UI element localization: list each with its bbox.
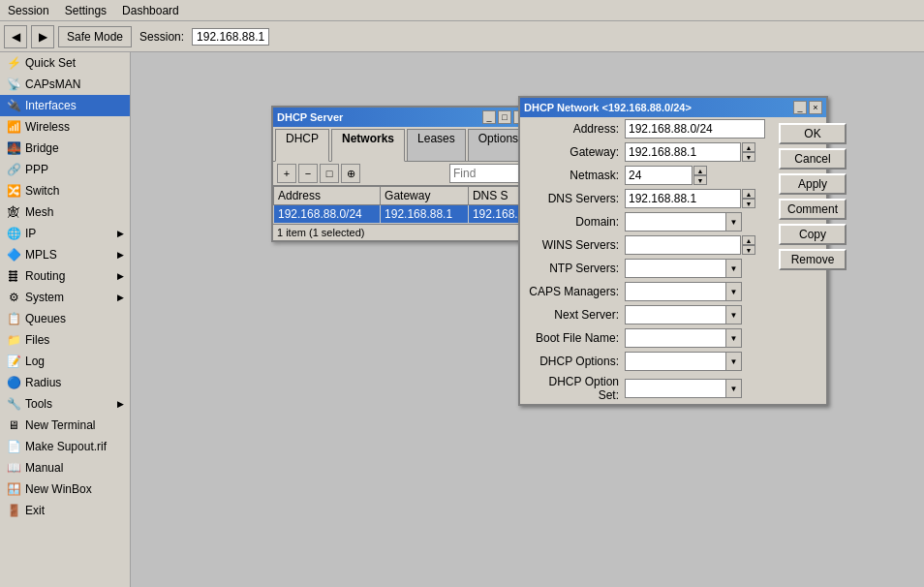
tab-dhcp[interactable]: DHCP <box>275 129 329 162</box>
wins-down-btn[interactable]: ▼ <box>742 245 755 255</box>
gateway-up-btn[interactable]: ▲ <box>742 142 755 152</box>
dialog-minimize-button[interactable]: _ <box>793 101 807 114</box>
address-label: Address: <box>528 122 625 136</box>
dhcp-option-set-label: DHCP Option Set: <box>528 375 625 402</box>
routing-icon: 🛤 <box>6 268 21 284</box>
sidebar-item-queues[interactable]: 📋 Queues <box>0 308 130 329</box>
wins-input[interactable] <box>625 235 741 255</box>
bridge-icon: 🌉 <box>6 140 21 156</box>
gateway-input[interactable] <box>625 142 741 162</box>
dns-input[interactable] <box>625 189 741 208</box>
sidebar-item-capsman[interactable]: 📡 CAPsMAN <box>0 74 130 95</box>
dns-down-btn[interactable]: ▼ <box>742 199 755 208</box>
safe-mode-button[interactable]: Safe Mode <box>58 26 132 47</box>
sidebar-item-routing[interactable]: 🛤 Routing ▶ <box>0 265 130 287</box>
menu-session[interactable]: Session <box>0 2 57 19</box>
dhcp-option-set-dropdown-btn[interactable]: ▼ <box>726 379 742 398</box>
ntp-label: NTP Servers: <box>528 262 625 275</box>
find-input[interactable] <box>449 164 527 183</box>
netmask-up-btn[interactable]: ▲ <box>693 166 707 175</box>
sidebar-item-switch[interactable]: 🔀 Switch <box>0 180 130 201</box>
caps-dropdown-btn[interactable]: ▼ <box>726 282 742 301</box>
table-row[interactable]: 192.168.88.0/24 192.168.88.1 192.168. <box>274 205 531 224</box>
sidebar-item-log[interactable]: 📝 Log <box>0 351 130 372</box>
ntp-input[interactable] <box>625 259 726 278</box>
sidebar-label-capsman: CAPsMAN <box>25 77 80 91</box>
forward-button[interactable]: ▶ <box>31 25 54 48</box>
dhcp-server-titlebar[interactable]: DHCP Server _ □ × <box>273 108 531 127</box>
ppp-icon: 🔗 <box>6 162 21 177</box>
dhcp-network-titlebar[interactable]: DHCP Network <192.168.88.0/24> _ × <box>520 98 826 117</box>
boot-file-input[interactable] <box>625 328 726 348</box>
sidebar-item-wireless[interactable]: 📶 Wireless <box>0 116 130 138</box>
sidebar-item-new-terminal[interactable]: 🖥 New Terminal <box>0 415 130 436</box>
sidebar-item-ip[interactable]: 🌐 IP ▶ <box>0 223 130 244</box>
sidebar-item-files[interactable]: 📁 Files <box>0 329 130 351</box>
sidebar: ⚡ Quick Set 📡 CAPsMAN 🔌 Interfaces 📶 Wir… <box>0 52 131 587</box>
dhcp-minimize-button[interactable]: _ <box>482 110 496 124</box>
sidebar-item-ppp[interactable]: 🔗 PPP <box>0 159 130 180</box>
ok-button[interactable]: OK <box>779 123 847 144</box>
sidebar-item-manual[interactable]: 📖 Manual <box>0 457 130 479</box>
next-server-dropdown-btn[interactable]: ▼ <box>726 305 742 324</box>
caps-input[interactable] <box>625 282 726 301</box>
boot-file-dropdown-btn[interactable]: ▼ <box>726 328 742 348</box>
next-server-row: Next Server: ▼ <box>520 303 773 326</box>
next-server-input[interactable] <box>625 305 726 324</box>
filter-button[interactable]: ⊕ <box>341 164 360 183</box>
quickset-icon: ⚡ <box>6 55 21 71</box>
dns-up-btn[interactable]: ▲ <box>742 189 755 199</box>
sidebar-item-tools[interactable]: 🔧 Tools ▶ <box>0 393 130 415</box>
edit-button[interactable]: □ <box>320 164 339 183</box>
gateway-label: Gateway: <box>528 145 625 159</box>
dhcp-option-set-dropdown: ▼ <box>625 379 742 398</box>
terminal-icon: 🖥 <box>6 417 21 433</box>
netmask-down-btn[interactable]: ▼ <box>693 175 707 185</box>
cancel-button[interactable]: Cancel <box>779 148 847 170</box>
toolbar: ◀ ▶ Safe Mode Session: 192.168.88.1 <box>0 21 924 52</box>
sidebar-item-mpls[interactable]: 🔷 MPLS ▶ <box>0 244 130 265</box>
sidebar-label-system: System <box>25 291 64 304</box>
apply-button[interactable]: Apply <box>779 173 847 195</box>
menu-settings[interactable]: Settings <box>57 2 114 19</box>
menu-dashboard[interactable]: Dashboard <box>114 2 187 19</box>
comment-button[interactable]: Comment <box>779 199 847 220</box>
remove-dialog-button[interactable]: Remove <box>779 249 847 270</box>
add-button[interactable]: + <box>277 164 296 183</box>
domain-input[interactable] <box>625 212 726 232</box>
sidebar-item-exit[interactable]: 🚪 Exit <box>0 500 130 521</box>
dhcp-options-dropdown-btn[interactable]: ▼ <box>726 352 742 371</box>
domain-dropdown-btn[interactable]: ▼ <box>726 212 742 232</box>
log-icon: 📝 <box>6 354 21 369</box>
sidebar-item-make-supout[interactable]: 📄 Make Supout.rif <box>0 436 130 457</box>
copy-button[interactable]: Copy <box>779 224 847 245</box>
manual-icon: 📖 <box>6 460 21 476</box>
gateway-down-btn[interactable]: ▼ <box>742 152 755 162</box>
sidebar-label-mesh: Mesh <box>25 205 53 219</box>
dhcp-options-input[interactable] <box>625 352 726 371</box>
dhcp-maximize-button[interactable]: □ <box>498 110 511 124</box>
dhcp-option-set-input[interactable] <box>625 379 726 398</box>
sidebar-label-log: Log <box>25 355 45 368</box>
dhcp-server-toolbar: + − □ ⊕ <box>273 162 531 186</box>
sidebar-item-interfaces[interactable]: 🔌 Interfaces <box>0 95 130 116</box>
sidebar-item-new-winbox[interactable]: 🪟 New WinBox <box>0 479 130 500</box>
sidebar-item-radius[interactable]: 🔵 Radius <box>0 372 130 393</box>
dhcp-server-window: DHCP Server _ □ × DHCP Networks Leases O… <box>271 106 533 242</box>
sidebar-item-mesh[interactable]: 🕸 Mesh <box>0 201 130 223</box>
back-button[interactable]: ◀ <box>4 25 27 48</box>
sidebar-item-bridge[interactable]: 🌉 Bridge <box>0 138 130 159</box>
dialog-close-button[interactable]: × <box>809 101 822 114</box>
wins-up-btn[interactable]: ▲ <box>742 235 755 245</box>
address-input[interactable] <box>625 119 765 139</box>
sidebar-item-quickset[interactable]: ⚡ Quick Set <box>0 52 130 74</box>
tab-leases[interactable]: Leases <box>407 129 466 161</box>
ntp-dropdown-btn[interactable]: ▼ <box>726 259 742 278</box>
sidebar-item-system[interactable]: ⚙ System ▶ <box>0 287 130 308</box>
remove-button[interactable]: − <box>298 164 318 183</box>
tools-arrow-icon: ▶ <box>117 399 124 409</box>
gateway-input-combo: ▲ ▼ <box>625 142 755 162</box>
mesh-icon: 🕸 <box>6 204 21 220</box>
netmask-input[interactable] <box>625 166 693 185</box>
tab-networks[interactable]: Networks <box>331 129 405 162</box>
